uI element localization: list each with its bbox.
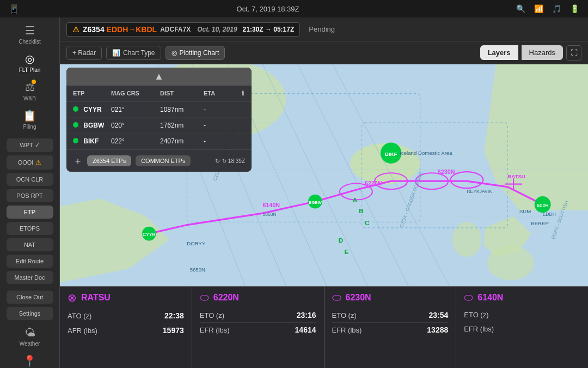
svg-text:REYKJAVIK: REYKJAVIK xyxy=(467,189,492,194)
svg-text:5850N: 5850N xyxy=(263,212,277,217)
etp-tab-common[interactable]: COMMON ETPs xyxy=(136,155,191,166)
plotting-chart-button[interactable]: ◎ Plotting Chart xyxy=(166,46,225,60)
bottom-panel-ratsu: ⊗ RATSU ATO (z) 22:38 AFR (lbs) 15973 xyxy=(60,287,192,368)
wb-badge-container: ⚖ xyxy=(25,81,35,94)
layers-button[interactable]: Layers xyxy=(480,45,518,60)
edit-route-button[interactable]: Edit Route xyxy=(7,255,53,268)
oooi-button[interactable]: OOOI ⚠ xyxy=(7,155,53,170)
wpt-button[interactable]: WPT ✓ xyxy=(7,138,53,152)
settings-button[interactable]: Settings xyxy=(7,307,53,320)
6220n-eto-row: ETO (z) 23:16 xyxy=(200,308,316,323)
svg-text:BIKF: BIKF xyxy=(385,151,397,157)
checklist-icon: ☰ xyxy=(25,24,35,37)
etp-add-button[interactable]: ＋ xyxy=(73,154,83,167)
6220n-title: ⬭ 6220N xyxy=(200,291,316,304)
system-bar-left: 📱 xyxy=(9,4,20,14)
flight-times: 21:30Z → 05:17Z xyxy=(243,26,295,33)
6230n-efr-row: EFR (lbs) 13288 xyxy=(332,323,449,337)
ratsu-label: RATSU xyxy=(81,293,111,303)
6230n-label: 6230N xyxy=(346,293,371,303)
system-bar: 📱 Oct. 7, 2019 18:39Z 🔍 📶 🎵 🔋 xyxy=(0,0,588,17)
6140n-title: ⬭ 6140N xyxy=(464,291,580,304)
sidebar-item-checklist[interactable]: ☰ Checklist xyxy=(5,21,54,48)
system-icons: 🔍 📶 🎵 🔋 xyxy=(516,4,579,13)
svg-text:D: D xyxy=(339,237,344,244)
etops-button[interactable]: ETOPS xyxy=(7,222,53,235)
etp-tab-z6354[interactable]: Z6354 ETPs xyxy=(87,155,131,166)
sidebar-item-filing[interactable]: 📋 Filing xyxy=(5,106,54,133)
bottom-panel-6220n: ⬭ 6220N ETO (z) 23:16 EFR (lbs) 14614 xyxy=(192,287,324,368)
notam-icon: 📍 xyxy=(23,354,36,367)
svg-text:RATSU: RATSU xyxy=(507,173,525,179)
6220n-waypoint-icon: ⬭ xyxy=(200,291,209,304)
refresh-icon: ↻ xyxy=(215,158,220,165)
flight-route: Z6354 EDDH→KBDL xyxy=(83,25,157,34)
bottom-panel-6140n: ⬭ 6140N ETO (z) EFR (lbs) xyxy=(456,287,588,368)
svg-text:DORYY: DORYY xyxy=(187,240,206,246)
6140n-waypoint-icon: ⬭ xyxy=(464,291,473,304)
toolbar-right: Layers Hazards ⛶ xyxy=(480,45,581,61)
6220n-label: 6220N xyxy=(213,293,239,303)
search-icon[interactable]: 🔍 xyxy=(516,4,525,13)
ratsu-ato-row: ATO (z) 22:38 xyxy=(68,309,184,323)
6140n-efr-row: EFR (lbs) xyxy=(464,322,580,336)
6230n-efr-value: 13288 xyxy=(427,325,448,334)
etp-refresh[interactable]: ↻ ↻ 18:39Z xyxy=(215,158,245,165)
pos-rpt-button[interactable]: POS RPT xyxy=(7,189,53,202)
system-time: Oct. 7, 2019 18:39Z xyxy=(237,5,299,13)
svg-text:BEREP: BEREP xyxy=(531,220,549,226)
6140n-eto-row: ETO (z) xyxy=(464,308,580,322)
svg-text:EDDH: EDDH xyxy=(543,212,556,217)
sidebar-item-weather[interactable]: 🌤 Weather xyxy=(5,323,54,350)
etp-button[interactable]: ETP xyxy=(7,206,53,219)
sidebar-item-notam[interactable]: 📍 NOTAM xyxy=(5,351,54,368)
fullscreen-button[interactable]: ⛶ xyxy=(566,45,581,61)
etp-footer: ＋ Z6354 ETPs COMMON ETPs ↻ ↻ 18:39Z xyxy=(66,149,252,172)
svg-text:EDDH: EDDH xyxy=(537,203,548,208)
svg-text:BGBW: BGBW xyxy=(309,200,322,205)
ratsu-afr-row: AFR (lbs) 15973 xyxy=(68,323,184,337)
svg-text:SUM: SUM xyxy=(519,208,531,214)
map-area[interactable]: CYYR BGBW BIKF EDDH 6220N 6230N 6140N A … xyxy=(60,64,588,286)
sidebar-item-flt-plan[interactable]: ◎ FLT Plan xyxy=(5,49,54,76)
ratsu-waypoint-icon: ⊗ xyxy=(68,291,77,304)
svg-text:5650N: 5650N xyxy=(190,267,205,273)
svg-point-3 xyxy=(452,222,482,257)
6220n-efr-row: EFR (lbs) 14614 xyxy=(200,323,316,337)
svg-text:E: E xyxy=(344,248,348,255)
chart-type-button[interactable]: 📊 Chart Type xyxy=(106,46,161,60)
etp-row-bgbw: BGBW 020° 1762nm - xyxy=(66,118,252,134)
etp-collapse-button[interactable]: ▲ xyxy=(154,71,164,82)
svg-text:6220N: 6220N xyxy=(365,180,382,186)
ratsu-title: ⊗ RATSU xyxy=(68,291,184,304)
nat-button[interactable]: NAT xyxy=(7,238,53,251)
sidebar-item-wb[interactable]: ⚖ W&B xyxy=(5,77,54,105)
bgbw-dot xyxy=(73,122,78,128)
radar-button[interactable]: + Radar xyxy=(66,46,102,60)
sidebar: ☰ Checklist ◎ FLT Plan ⚖ W&B 📋 Filing WP… xyxy=(0,17,60,368)
plotting-icon: ◎ xyxy=(171,49,177,57)
svg-text:Iceland Domestic Area: Iceland Domestic Area xyxy=(400,150,452,156)
flight-date: Oct. 10, 2019 xyxy=(197,26,237,33)
bottom-panels: ⊗ RATSU ATO (z) 22:38 AFR (lbs) 15973 xyxy=(60,286,588,368)
svg-text:6140N: 6140N xyxy=(263,202,280,208)
main-container: ☰ Checklist ◎ FLT Plan ⚖ W&B 📋 Filing WP… xyxy=(0,17,588,368)
content-area: ⚠ Z6354 EDDH→KBDL ADCFA7X Oct. 10, 2019 … xyxy=(60,17,588,368)
6140n-label: 6140N xyxy=(477,293,503,303)
battery-icon: 🔋 xyxy=(570,4,579,13)
flight-warning-icon: ⚠ xyxy=(72,25,79,34)
close-out-button[interactable]: Close Out xyxy=(7,291,53,304)
etp-row-bikf: BIKF 022° 2407nm - xyxy=(66,134,252,149)
filing-icon: 📋 xyxy=(23,109,36,122)
flight-id-box: ⚠ Z6354 EDDH→KBDL ADCFA7X Oct. 10, 2019 … xyxy=(66,22,300,37)
master-doc-button[interactable]: Master Doc xyxy=(7,271,53,284)
toolbar: + Radar 📊 Chart Type ◎ Plotting Chart La… xyxy=(60,41,588,64)
svg-text:A: A xyxy=(352,196,357,203)
etp-panel: ▲ ETP MAG CRS DIST ETA ℹ CYYR xyxy=(66,68,252,172)
hazards-button[interactable]: Hazards xyxy=(522,45,563,60)
flight-bar: ⚠ Z6354 EDDH→KBDL ADCFA7X Oct. 10, 2019 … xyxy=(60,17,588,41)
svg-point-4 xyxy=(487,245,534,280)
svg-text:C: C xyxy=(365,219,370,226)
ocn-clr-button[interactable]: OCN CLR xyxy=(7,173,53,186)
flt-plan-icon: ◎ xyxy=(25,52,34,65)
